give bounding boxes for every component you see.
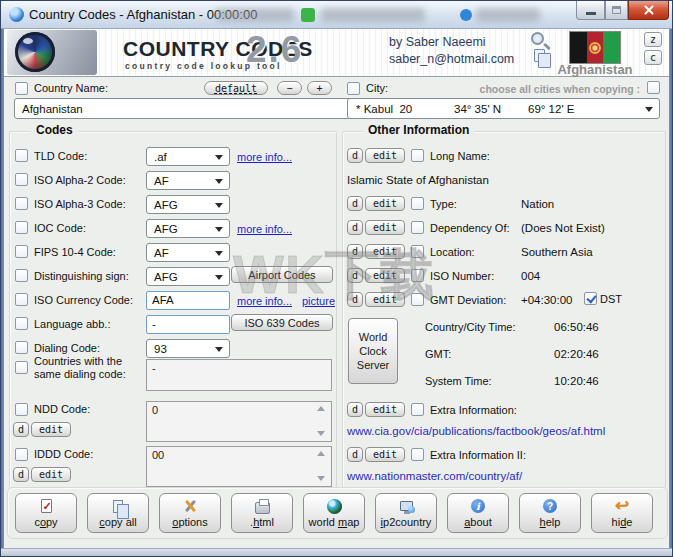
- minus-button[interactable]: −: [277, 81, 302, 95]
- extra-info-d-button[interactable]: d: [347, 402, 363, 417]
- iso-639-codes-button[interactable]: ISO 639 Codes: [231, 314, 333, 331]
- search-icon[interactable]: [531, 32, 544, 45]
- location-d-button[interactable]: d: [347, 244, 363, 259]
- html-button[interactable]: .html: [231, 493, 293, 533]
- language-abb-checkbox[interactable]: [15, 317, 28, 330]
- computer-network-icon: [398, 498, 415, 514]
- close-button[interactable]: [628, 1, 669, 20]
- extra-info2-edit-button[interactable]: edit: [365, 447, 405, 462]
- extra-info-edit-button[interactable]: edit: [365, 402, 405, 417]
- extra-info2-checkbox[interactable]: [411, 448, 424, 461]
- flag-country-label: Afghanistan: [551, 62, 639, 77]
- type-d-button[interactable]: d: [347, 196, 363, 211]
- iddd-d-button[interactable]: d: [13, 467, 29, 482]
- language-abb-input[interactable]: -: [146, 315, 230, 334]
- ndd-d-button[interactable]: d: [13, 422, 29, 437]
- maximize-button[interactable]: [605, 1, 628, 20]
- dependency-edit-button[interactable]: edit: [365, 220, 405, 235]
- dialing-code-checkbox[interactable]: [15, 341, 28, 354]
- fips-code-checkbox[interactable]: [15, 245, 28, 258]
- world-map-button[interactable]: world map: [303, 493, 365, 533]
- fips-code-dropdown[interactable]: AF: [146, 243, 230, 262]
- dependency-d-button[interactable]: d: [347, 220, 363, 235]
- extra-info-checkbox[interactable]: [411, 403, 424, 416]
- extra-info2-url-link[interactable]: www.nationmaster.com/country/af/: [347, 470, 522, 482]
- close-icon: [643, 4, 655, 16]
- fips-code-label: FIPS 10-4 Code:: [34, 246, 116, 258]
- distinguishing-sign-dropdown[interactable]: AFG: [146, 267, 230, 286]
- tld-more-info-link[interactable]: more info...: [237, 151, 292, 163]
- city-checkbox[interactable]: [347, 82, 360, 95]
- plus-button[interactable]: +: [307, 81, 332, 95]
- copy-icon[interactable]: [534, 49, 545, 62]
- dialing-code-dropdown[interactable]: 93: [146, 339, 230, 358]
- currency-picture-link[interactable]: picture: [302, 295, 335, 307]
- iso-currency-input[interactable]: AFA: [146, 291, 230, 310]
- tld-code-dropdown[interactable]: .af: [146, 147, 230, 166]
- ndd-edit-button[interactable]: edit: [31, 422, 71, 437]
- iso-alpha3-label: ISO Alpha-3 Code:: [34, 198, 126, 210]
- dst-label: DST: [600, 293, 622, 305]
- country-name-checkbox[interactable]: [15, 82, 28, 95]
- long-name-edit-button[interactable]: edit: [365, 148, 405, 163]
- iso-alpha2-label: ISO Alpha-2 Code:: [34, 174, 126, 186]
- iso-number-d-button[interactable]: d: [347, 268, 363, 283]
- dst-checkbox[interactable]: [584, 292, 597, 305]
- ioc-code-dropdown[interactable]: AFG: [146, 219, 230, 238]
- default-button[interactable]: default: [204, 81, 268, 95]
- iso-number-edit-button[interactable]: edit: [365, 268, 405, 283]
- ioc-more-info-link[interactable]: more info...: [237, 223, 292, 235]
- long-name-checkbox[interactable]: [411, 149, 424, 162]
- country-dropdown[interactable]: Afghanistan: [14, 98, 367, 119]
- currency-more-info-link[interactable]: more info...: [237, 295, 292, 307]
- iddd-scroll-up-icon[interactable]: [317, 451, 325, 456]
- minimize-button[interactable]: [576, 1, 605, 20]
- type-edit-button[interactable]: edit: [365, 196, 405, 211]
- choose-all-cities-checkbox[interactable]: [647, 81, 660, 94]
- title-bar: Country Codes - Afghanistan - 00:00:00: [1, 1, 672, 29]
- ioc-code-checkbox[interactable]: [15, 221, 28, 234]
- location-checkbox[interactable]: [411, 245, 424, 258]
- ndd-code-checkbox[interactable]: [15, 403, 28, 416]
- location-edit-button[interactable]: edit: [365, 244, 405, 259]
- dependency-checkbox[interactable]: [411, 221, 424, 234]
- minimize-icon: [586, 12, 596, 15]
- about-button[interactable]: iabout: [447, 493, 509, 533]
- distinguishing-sign-checkbox[interactable]: [15, 269, 28, 282]
- maximize-icon: [612, 6, 621, 14]
- iddd-code-checkbox[interactable]: [15, 448, 28, 461]
- iso-currency-checkbox[interactable]: [15, 293, 28, 306]
- type-checkbox[interactable]: [411, 197, 424, 210]
- tld-code-checkbox[interactable]: [15, 149, 28, 162]
- city-dropdown[interactable]: * Kabul 20 34° 35' N 69° 12' E: [347, 98, 660, 119]
- c-button[interactable]: c: [644, 50, 662, 65]
- iddd-edit-button[interactable]: edit: [31, 467, 71, 482]
- chevron-down-icon: [215, 227, 223, 232]
- ndd-scroll-down-icon[interactable]: [317, 431, 325, 436]
- ndd-code-box[interactable]: 0: [146, 401, 332, 442]
- copy-all-button[interactable]: copy all: [87, 493, 149, 533]
- gmt-deviation-checkbox[interactable]: [411, 293, 424, 306]
- same-dialing-code-checkbox[interactable]: [15, 361, 28, 374]
- world-clock-server-button[interactable]: World Clock Server: [348, 318, 398, 384]
- long-name-d-button[interactable]: d: [347, 148, 363, 163]
- extra-info-url-link[interactable]: www.cia.gov/cia/publications/factbook/ge…: [347, 425, 605, 437]
- iddd-scroll-down-icon[interactable]: [317, 476, 325, 481]
- ip2country-button[interactable]: ip2country: [375, 493, 437, 533]
- z-button[interactable]: z: [644, 32, 662, 47]
- airport-codes-button[interactable]: Airport Codes: [231, 266, 333, 283]
- ndd-scroll-up-icon[interactable]: [317, 406, 325, 411]
- options-button[interactable]: options: [159, 493, 221, 533]
- gmt-deviation-edit-button[interactable]: edit: [365, 292, 405, 307]
- extra-info2-d-button[interactable]: d: [347, 447, 363, 462]
- iddd-code-box[interactable]: 00: [146, 446, 332, 487]
- iso-alpha3-dropdown[interactable]: AFG: [146, 195, 230, 214]
- copy-button[interactable]: copy: [15, 493, 77, 533]
- gmt-deviation-d-button[interactable]: d: [347, 292, 363, 307]
- help-button[interactable]: ?help: [519, 493, 581, 533]
- hide-button[interactable]: ↩hide: [591, 493, 653, 533]
- iso-alpha3-checkbox[interactable]: [15, 197, 28, 210]
- iso-number-checkbox[interactable]: [411, 269, 424, 282]
- iso-alpha2-checkbox[interactable]: [15, 173, 28, 186]
- iso-alpha2-dropdown[interactable]: AF: [146, 171, 230, 190]
